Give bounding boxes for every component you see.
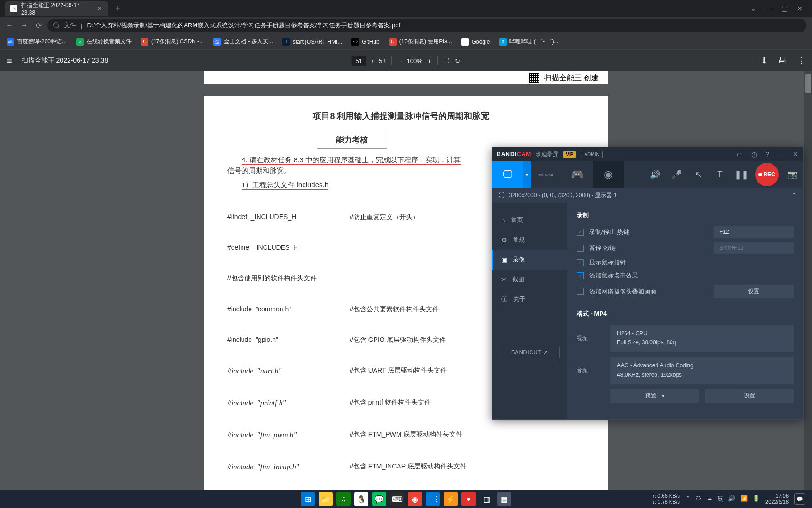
bookmarks-bar: 译百度翻译-200种语...♪在线转换音频文件C(17条消息) CSDN -..… [0, 34, 812, 50]
taskbar-app-icon[interactable]: ⋮⋮ [426, 492, 440, 506]
cursor-icon[interactable]: ↖ [687, 161, 709, 188]
scrollbar-thumb[interactable] [805, 74, 811, 93]
more-button[interactable]: ⋮ [797, 56, 805, 66]
hotkey-input[interactable]: F12 [714, 226, 794, 238]
bookmark-item[interactable]: ♪在线转换音频文件 [76, 38, 132, 46]
taskbar-app-icon[interactable]: ⌨ [390, 492, 404, 506]
opt-hotkey-label: 录制/停止 热键 [589, 228, 629, 236]
minimize-button[interactable]: — [778, 151, 784, 158]
reload-button[interactable]: ⟳ [36, 21, 42, 30]
taskbar-app-icon[interactable]: ⚡ [444, 492, 458, 506]
video-info: H264 - CPU Full Size, 30.00fps, 80q [610, 325, 794, 352]
sidebar-item-首页[interactable]: ⌂首页 [492, 210, 567, 230]
taskbar-app-icon[interactable]: 📁 [319, 492, 333, 506]
text-icon[interactable]: T [709, 161, 731, 188]
mode-screen-button[interactable]: 🖵 [492, 161, 523, 188]
tray-icons: ⌃🛡☁英🔊📶🔋 [686, 495, 760, 503]
bookmark-item[interactable]: C(17条消息) 使用Pla... [389, 38, 452, 46]
sidebar-item-录像[interactable]: ▣录像 [492, 250, 567, 270]
zoom-out-button[interactable]: − [398, 57, 401, 64]
maximize-button[interactable]: ▢ [781, 5, 788, 12]
chevron-up-icon[interactable]: ⌃ [792, 192, 796, 198]
bookmark-item[interactable]: C(17条消息) CSDN -... [141, 38, 204, 46]
pause-icon[interactable]: ❚❚ [731, 161, 752, 188]
close-window-button[interactable]: ✕ [797, 5, 803, 12]
close-icon[interactable]: ✕ [97, 5, 102, 12]
bandicut-link[interactable]: BANDICUT ↗ [500, 347, 560, 358]
taskbar-app-icon[interactable]: ◉ [408, 492, 422, 506]
capture-icon[interactable]: 📷 [781, 161, 803, 188]
bandicam-titlebar[interactable]: BANDICAM 班迪录屏 VIP ADMIN ▭ ◷ ? — ✕ [492, 147, 803, 161]
mode-webcam-button[interactable]: ◉ [593, 161, 624, 188]
settings-button[interactable]: 设置 [714, 285, 794, 298]
tray-icon[interactable]: ☁ [706, 495, 712, 503]
record-button[interactable]: REC [755, 163, 779, 186]
sidebar-item-关于[interactable]: ⓘ关于 [492, 289, 567, 309]
mode-dropdown[interactable]: ▾ [523, 161, 531, 188]
bookmark-item[interactable]: 金金山文档 - 多人实... [213, 38, 273, 46]
settings-button-2[interactable]: 设置 [705, 389, 794, 403]
rotate-button[interactable]: ↻ [455, 57, 460, 64]
notification-icon[interactable]: 💬 [794, 493, 805, 505]
folder-icon[interactable]: ▭ [737, 151, 743, 158]
checkbox-hotkey[interactable]: ✓ [577, 229, 584, 236]
close-button[interactable]: ✕ [793, 151, 798, 158]
fit-page-button[interactable]: ⛶ [443, 57, 449, 64]
preset-button[interactable]: 预置 ▾ [610, 389, 699, 403]
mic-icon[interactable]: 🎤 [666, 161, 687, 188]
bandicam-body: ⌂首页⚙常规▣录像✂截图ⓘ关于BANDICUT ↗ 录制 ✓ 录制/停止 热键 … [492, 203, 803, 419]
taskbar-app-icon[interactable]: 🐧 [354, 492, 368, 506]
tray-icon[interactable]: 📶 [740, 495, 748, 503]
clock[interactable]: 17:06 2022/6/18 [765, 493, 789, 505]
taskbar-app-icon[interactable]: ♫ [336, 492, 351, 506]
sidebar-item-截图[interactable]: ✂截图 [492, 270, 567, 289]
print-button[interactable]: 🖶 [778, 56, 787, 66]
info-icon[interactable]: ⓘ [53, 21, 59, 30]
mode-hdmi-button[interactable]: ▭HDMI [531, 161, 562, 188]
help-icon[interactable]: ? [765, 151, 769, 158]
speaker-icon[interactable]: 🔊 [644, 161, 666, 188]
forward-button[interactable]: → [21, 21, 28, 30]
scrollbar[interactable] [804, 71, 812, 490]
tray-icon[interactable]: 英 [717, 495, 723, 503]
bandicam-logo: BANDICAM [497, 151, 531, 158]
url-input[interactable]: ⓘ 文件 | D:/个人资料/视频录制/基于构建化的ARM嵌入式系统设计/学习任… [47, 19, 806, 32]
bookmark-label: start [USART HMI... [293, 39, 343, 45]
taskbar-app-icon[interactable]: ▥ [479, 492, 493, 506]
zoom-in-button[interactable]: + [428, 57, 432, 64]
divider [437, 56, 437, 65]
browser-tab[interactable]: S 扫描全能王 2022-06-17 23.38 ✕ [5, 1, 108, 16]
checkbox-webcam[interactable]: ✓ [577, 288, 584, 295]
page-number-input[interactable] [352, 56, 366, 66]
bookmark-item[interactable]: 译百度翻译-200种语... [7, 38, 67, 46]
taskbar-app-icon[interactable]: 💬 [372, 492, 386, 506]
checkbox-pause[interactable]: ✓ [577, 245, 584, 252]
url-path: D:/个人资料/视频录制/基于构建化的ARM嵌入式系统设计/学习任务手册题目参考… [87, 21, 400, 30]
checkbox-cursor[interactable]: ✓ [577, 259, 584, 266]
bandicam-window: BANDICAM 班迪录屏 VIP ADMIN ▭ ◷ ? — ✕ 🖵 ▾ ▭H… [492, 147, 804, 420]
mode-game-button[interactable]: 🎮 [562, 161, 593, 188]
download-button[interactable]: ⬇ [761, 56, 768, 66]
bookmark-item[interactable]: ⎔GitHub [351, 38, 379, 46]
tray-icon[interactable]: 🔋 [752, 495, 760, 503]
tray-icon[interactable]: ⌃ [686, 495, 691, 503]
sidebar-item-常规[interactable]: ⚙常规 [492, 230, 567, 250]
menu-icon[interactable]: ≡ [7, 56, 12, 66]
opt-webcam-label: 添加网络摄像头叠加画面 [589, 287, 656, 296]
bookmark-item[interactable]: b哔哩哔哩 ( ゜- ゜)... [499, 38, 558, 46]
taskbar-app-icon[interactable]: ▦ [497, 492, 511, 506]
bookmark-item[interactable]: GGoogle [461, 38, 490, 46]
new-tab-button[interactable]: + [116, 4, 121, 14]
bookmark-favicon-icon: C [141, 38, 148, 46]
taskbar-app-icon[interactable]: ⊞ [301, 492, 315, 506]
taskbar-app-icon[interactable]: ● [461, 492, 476, 506]
minimize-button[interactable]: — [765, 5, 772, 12]
chevron-down-icon[interactable]: ⌄ [750, 5, 756, 12]
timer-icon[interactable]: ◷ [751, 151, 757, 158]
capture-area-info[interactable]: ⛶ 3200x2000 - (0, 0), (3200, 2000) - 显示器… [492, 188, 803, 203]
checkbox-click[interactable]: ✓ [577, 272, 584, 279]
bookmark-item[interactable]: Tstart [USART HMI... [282, 38, 343, 46]
tray-icon[interactable]: 🛡 [695, 495, 702, 503]
back-button[interactable]: ← [6, 21, 13, 30]
tray-icon[interactable]: 🔊 [728, 495, 735, 503]
